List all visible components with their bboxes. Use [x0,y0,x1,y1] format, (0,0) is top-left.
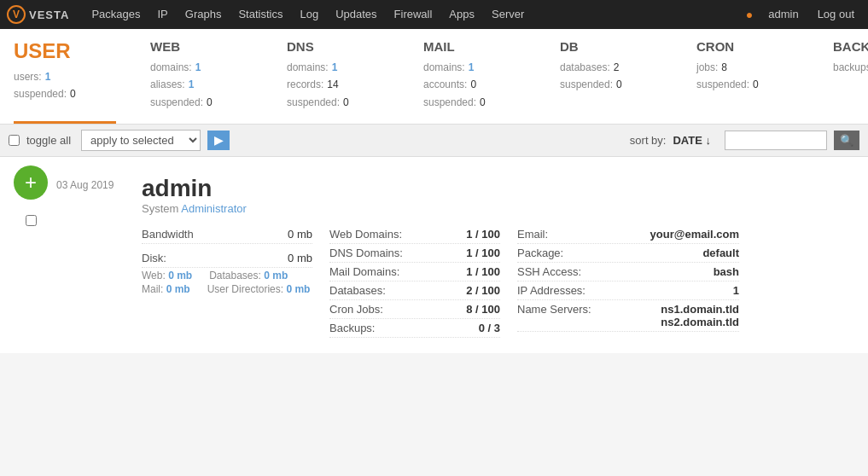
notification-bell-icon[interactable]: ● [746,8,753,21]
nav-graphs[interactable]: Graphs [177,0,230,29]
users-value[interactable]: 1 [45,68,51,85]
nav-apps[interactable]: Apps [440,0,483,29]
dns-suspended-label: suspended: [287,94,340,111]
dns-domains-stat-label: DNS Domains: [329,247,403,259]
users-stat-row: users: 1 [14,68,125,85]
dns-records-val: 14 [327,76,338,93]
user-role: System Administrator [142,202,854,215]
databases-stat-label: Databases: [329,284,386,297]
db-sub: Databases: 0 mb [209,270,288,282]
databases-stat: Databases: 2 / 100 [329,282,500,300]
list-area: + 03 Aug 2019 admin System Administrator… [0,157,868,353]
logo-circle: V [7,5,26,24]
logout-button[interactable]: Log out [811,0,861,29]
sub-stats-web-db: Web: 0 mb Databases: 0 mb [142,270,329,282]
package-stat-label: Package: [517,247,563,259]
mail-domains-val[interactable]: 1 [469,59,475,76]
apply-button[interactable]: ▶ [207,131,230,150]
users-label: users: [14,68,42,85]
stats-section: USER users: 1 suspended: 0 WEB domains:1… [14,39,854,121]
col1-stats: Bandwidth 0 mb Disk: 0 mb Web: 0 mb Data… [142,225,329,338]
mail-stats-col: MAIL domains:1 accounts:0 suspended:0 [423,39,534,111]
search-input[interactable] [725,131,827,150]
backup-backups-label: backups: [833,59,868,76]
ip-stat: IP Addresses: 1 [517,282,739,300]
username[interactable]: admin [142,176,854,202]
search-button[interactable]: 🔍 [834,131,859,150]
nav-log[interactable]: Log [291,0,327,29]
role-name: Administrator [181,202,247,215]
bandwidth-value: 0 mb [288,228,312,241]
bandwidth-stat: Bandwidth 0 mb [142,225,312,244]
mail-domains-label: domains: [423,59,465,76]
toolbar: toggle all apply to selectedsuspenddelet… [0,124,868,157]
email-stat: Email: your@email.com [517,225,739,244]
user-card: 03 Aug 2019 admin System Administrator B… [56,169,854,345]
cron-jobs-stat: Cron Jobs: 8 / 100 [329,300,500,319]
dns-domains-label: domains: [287,59,329,76]
db-suspended-val: 0 [616,76,622,93]
nav-firewall[interactable]: Firewall [386,0,441,29]
dns-domains-val[interactable]: 1 [332,59,338,76]
add-user-button[interactable]: + [14,165,48,200]
disk-label: Disk: [142,252,166,264]
cron-jobs-stat-label: Cron Jobs: [329,303,383,316]
web-domains-stat: Web Domains: 1 / 100 [329,225,500,244]
db-databases-val: 2 [614,59,620,76]
users-suspended-row: suspended: 0 [14,85,125,102]
cron-section-title: CRON [696,39,807,54]
dns-records-label: records: [287,76,323,93]
nav-ip[interactable]: IP [149,0,176,29]
databases-stat-val: 2 / 100 [466,284,500,297]
db-stats-col: DB databases:2 suspended:0 [560,39,671,111]
sort-by-label: sort by: [630,134,667,147]
cron-jobs-val: 8 [721,59,727,76]
cron-jobs-stat-val: 8 / 100 [466,303,500,316]
nav-updates[interactable]: Updates [327,0,385,29]
user-info-col: admin System Administrator Bandwidth 0 m… [142,176,854,338]
col2-stats: Web Domains: 1 / 100 DNS Domains: 1 / 10… [329,225,517,338]
web-aliases-val[interactable]: 1 [189,76,195,93]
dns-section-title: DNS [287,39,398,54]
web-domains-val[interactable]: 1 [195,59,201,76]
ssh-stat-val: bash [714,265,739,278]
mail-domains-stat: Mail Domains: 1 / 100 [329,263,500,282]
mail-section-title: MAIL [423,39,534,54]
users-suspended-value: 0 [70,85,76,102]
sort-value[interactable]: DATE ↓ [673,134,711,147]
nav-right: ● admin Log out [746,0,861,29]
web-domains-stat-label: Web Domains: [329,228,402,241]
mail-suspended-val: 0 [480,94,486,111]
userdir-sub: User Directories: 0 mb [207,283,311,295]
col3-stats: Email: your@email.com Package: default S… [517,225,756,338]
web-stats-col: WEB domains:1 aliases:1 suspended:0 [150,39,261,111]
cron-suspended-label: suspended: [696,76,749,93]
ns-values: ns1.domain.tld ns2.domain.tld [661,303,739,328]
backups-stat-label: Backups: [329,322,375,334]
apply-to-selected-dropdown[interactable]: apply to selectedsuspenddelete [81,130,201,151]
mail-accounts-val: 0 [470,76,476,93]
sub-stats-mail-userdir: Mail: 0 mb User Directories: 0 mb [142,283,329,295]
logo[interactable]: V VESTA [7,5,69,24]
nav-server[interactable]: Server [483,0,533,29]
toggle-all-checkbox[interactable] [9,135,20,146]
nav-statistics[interactable]: Statistics [230,0,291,29]
ns-stat: Name Servers: ns1.domain.tld ns2.domain.… [517,300,739,332]
bandwidth-label: Bandwidth [142,228,194,241]
mail-sub: Mail: 0 mb [142,283,190,295]
dns-domains-stat: DNS Domains: 1 / 100 [329,244,500,263]
logo-v-letter: V [13,9,20,20]
web-domains-stat-val: 1 / 100 [466,228,500,241]
user-row-checkbox[interactable] [26,215,37,226]
dns-stats-col: DNS domains:1 records:14 suspended:0 [287,39,398,111]
email-stat-val: your@email.com [650,228,739,241]
mail-domains-stat-label: Mail Domains: [329,265,399,278]
ns-val-2: ns2.domain.tld [661,316,739,328]
admin-link[interactable]: admin [760,0,807,29]
disk-value: 0 mb [288,252,312,264]
user-stats-grid: Bandwidth 0 mb Disk: 0 mb Web: 0 mb Data… [142,225,854,338]
ip-stat-label: IP Addresses: [517,284,585,297]
mail-accounts-label: accounts: [423,76,467,93]
package-stat-val: default [702,247,739,259]
nav-packages[interactable]: Packages [83,0,149,29]
